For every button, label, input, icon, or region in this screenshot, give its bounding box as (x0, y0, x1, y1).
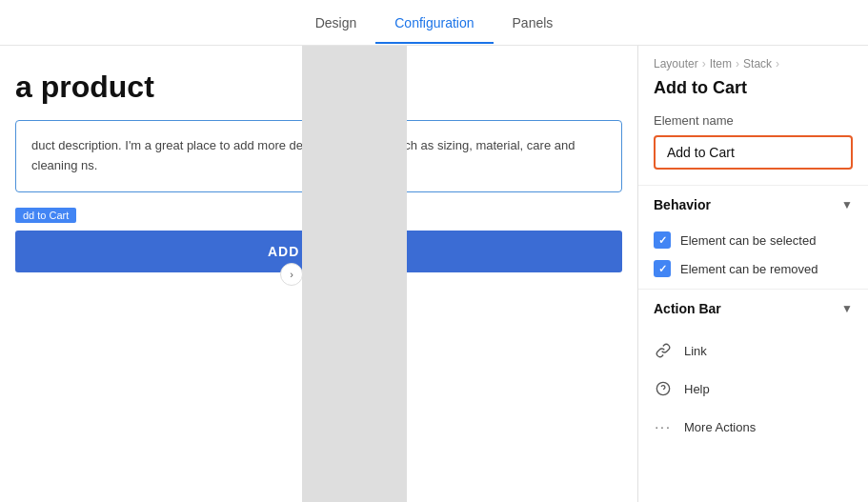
help-icon (654, 379, 673, 398)
tab-design[interactable]: Design (296, 4, 376, 44)
behavior-label-selected: Element can be selected (680, 233, 816, 248)
behavior-item-removed: ✓ Element can be removed (654, 260, 853, 277)
action-bar-title: Action Bar (654, 301, 721, 316)
behavior-section-header[interactable]: Behavior ▼ (638, 185, 868, 224)
tab-panels[interactable]: Panels (494, 4, 573, 44)
main-content: a product duct description. I'm a great … (0, 46, 868, 502)
breadcrumb-stack[interactable]: Stack (743, 57, 772, 70)
more-actions-icon: ··· (654, 417, 673, 436)
chevron-right-icon: › (290, 269, 293, 280)
element-name-input[interactable] (654, 135, 853, 170)
breadcrumb-layouter[interactable]: Layouter (654, 57, 698, 70)
add-to-cart-label-badge: dd to Cart (15, 208, 76, 223)
element-name-label: Element name (654, 113, 853, 128)
action-bar-chevron-icon: ▼ (841, 302, 853, 315)
checkmark-icon: ✓ (658, 234, 667, 247)
canvas-separator (302, 46, 407, 502)
breadcrumb-sep-3: › (776, 57, 779, 70)
tab-configuration[interactable]: Configuration (375, 4, 493, 44)
checkbox-can-be-selected[interactable]: ✓ (654, 231, 671, 249)
action-item-help[interactable]: Help (638, 370, 868, 408)
action-label-link: Link (684, 344, 707, 358)
checkbox-can-be-removed[interactable]: ✓ (654, 260, 671, 277)
action-item-more[interactable]: ··· More Actions (638, 408, 868, 446)
link-icon (654, 341, 673, 360)
behavior-label-removed: Element can be removed (680, 262, 818, 276)
top-navigation: Design Configuration Panels (0, 0, 868, 46)
nav-tabs: Design Configuration Panels (296, 3, 573, 43)
action-item-link[interactable]: Link (638, 331, 868, 370)
behavior-title: Behavior (654, 197, 711, 212)
element-name-section: Element name (638, 113, 868, 185)
right-panel: Layouter › Item › Stack › Add to Cart El… (637, 46, 868, 502)
breadcrumb-sep-2: › (736, 57, 739, 70)
checkmark-icon-2: ✓ (658, 263, 667, 275)
dots-icon: ··· (655, 419, 672, 434)
canvas-area: a product duct description. I'm a great … (0, 46, 637, 502)
breadcrumb: Layouter › Item › Stack › (638, 46, 868, 74)
behavior-item-selected: ✓ Element can be selected (654, 231, 853, 249)
action-items: Link Help ··· More Actions (638, 328, 868, 453)
behavior-items: ✓ Element can be selected ✓ Element can … (638, 224, 868, 289)
action-label-more: More Actions (684, 420, 756, 434)
action-bar-section-header[interactable]: Action Bar ▼ (638, 289, 868, 328)
behavior-chevron-icon: ▼ (841, 198, 853, 211)
panel-title: Add to Cart (638, 74, 868, 113)
action-label-help: Help (684, 382, 710, 396)
collapse-button[interactable]: › (280, 263, 303, 286)
breadcrumb-sep-1: › (702, 57, 706, 70)
breadcrumb-item[interactable]: Item (710, 57, 732, 70)
